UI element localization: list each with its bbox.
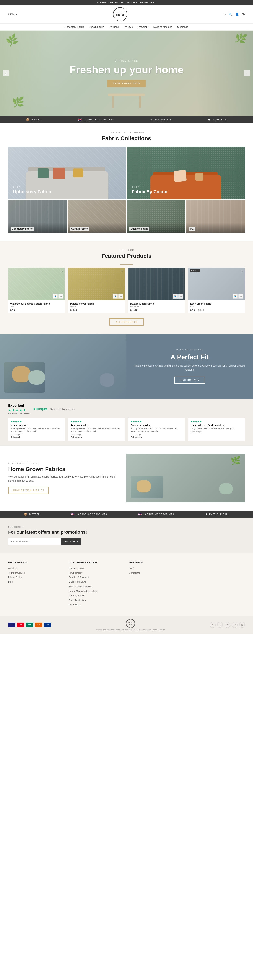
- product-card-1[interactable]: ♡ 🧵 ⊕ Watercolour Leaves Cotton Fabric T…: [8, 268, 65, 313]
- product-sample-btn-3[interactable]: 🧵: [173, 294, 178, 299]
- product-card-2[interactable]: ♡ 🧵 ⊕ Palette Velvet Fabric Ochre £11.99: [68, 268, 125, 313]
- small-card-cushion[interactable]: Cushion Fabric: [127, 200, 186, 233]
- footer-link-refund[interactable]: Refund Policy: [69, 571, 124, 574]
- footer-link-order-samples[interactable]: How To Order Samples: [69, 585, 124, 588]
- account-icon[interactable]: 👤: [235, 13, 239, 16]
- product-sample-btn-1[interactable]: 🧵: [53, 294, 58, 299]
- review-title-2: Amazing service: [70, 424, 122, 426]
- product-view-btn-4[interactable]: ⊕: [239, 294, 243, 299]
- collections-section: THE MILL SHOP ONLINE Fabric Collections …: [0, 123, 253, 241]
- review-stars-1: ★★★★★: [11, 420, 62, 423]
- wishlist-icon-3[interactable]: ♡: [180, 269, 183, 273]
- footer-link-privacy[interactable]: Privacy Policy: [8, 576, 64, 579]
- hero-next-button[interactable]: ›: [244, 70, 250, 76]
- wishlist-icon-1[interactable]: ♡: [61, 269, 63, 273]
- small-card-cushion-label: Cushion Fabric: [129, 227, 149, 231]
- social-pinterest-2[interactable]: p: [239, 622, 245, 628]
- wishlist-icon[interactable]: ♡: [223, 13, 226, 16]
- logo[interactable]: THE MILL SHOP ONLINE: [17, 7, 223, 21]
- footer-col-information: Information About Us Terms of Service Pr…: [8, 561, 64, 608]
- product-price-2: £11.99: [70, 309, 123, 312]
- product-info-4: Eden Linen Fabric Sky £7.99 £9.49: [188, 300, 245, 313]
- product-img-1: ♡ 🧵 ⊕: [8, 268, 65, 300]
- product-actions-2: 🧵 ⊕: [113, 294, 123, 299]
- collection-upholstery-label: SHOP Upholstery Fabric: [13, 186, 51, 194]
- footer-link-terms[interactable]: Terms of Service: [8, 571, 64, 574]
- currency-selector[interactable]: £ GBP ▾: [8, 13, 17, 16]
- product-sample-btn-2[interactable]: 🧵: [113, 294, 118, 299]
- mtm-button[interactable]: FIND OUT WHY: [175, 377, 205, 384]
- social-facebook[interactable]: f: [210, 622, 216, 628]
- nav-by-brand[interactable]: By Brand: [109, 25, 119, 29]
- small-card-more[interactable]: Pl...: [186, 200, 245, 233]
- review-date-2: 12 hours ago: [70, 434, 122, 436]
- product-img-2: ♡ 🧵 ⊕: [68, 268, 125, 300]
- footer-link-retail[interactable]: Retail Shop: [69, 603, 124, 606]
- nav-by-colour[interactable]: By Colour: [138, 25, 149, 29]
- social-icons: f t in P p: [210, 622, 245, 628]
- footer: Information About Us Terms of Service Pr…: [0, 553, 253, 616]
- footer-link-faq[interactable]: FAQ's: [129, 566, 184, 570]
- trustpilot-excellent: Excellent: [8, 404, 30, 408]
- featured-divider: [120, 264, 133, 264]
- collection-upholstery-card[interactable]: SHOP Upholstery Fabric: [8, 146, 126, 199]
- home-grown-description: View our range of British made quality f…: [8, 475, 118, 483]
- hero-title: Freshen up your home: [70, 64, 184, 76]
- hero-prev-button[interactable]: ‹: [3, 70, 9, 76]
- stock-icon: 📦: [26, 118, 30, 121]
- features-bar: 📦 IN STOCK 🇬🇧 UK PRODUCED PRODUCTS ✉ FRE…: [0, 116, 253, 123]
- footer-col-get-help: Get Help FAQ's Contact Us: [129, 561, 184, 608]
- cart-icon[interactable]: 🛍: [242, 13, 245, 16]
- footer-bottom: VISA MC MA DC PP THE MILL SHOP © 2022 Th…: [0, 616, 253, 634]
- feature-everything: ★ EVERYTHING: [208, 118, 227, 121]
- wishlist-icon-4[interactable]: ♡: [240, 269, 243, 273]
- product-sample-btn-4[interactable]: 🧵: [233, 294, 237, 299]
- product-price-3: £19.10: [130, 309, 183, 312]
- social-pinterest-1[interactable]: P: [232, 622, 237, 628]
- footer-link-blog[interactable]: Blog: [8, 580, 64, 584]
- feature-2-in-stock: 📦 IN STOCK: [24, 513, 40, 516]
- shop-british-button[interactable]: SHOP BRITISH FABRICS: [8, 487, 49, 494]
- footer-link-trade[interactable]: Trade Application: [69, 598, 124, 602]
- newsletter-section: SUBSCRIBE For our latest offers and prom…: [0, 518, 253, 553]
- product-price-1: £7.99: [10, 309, 63, 312]
- review-stars-3: ★★★★★: [131, 420, 183, 423]
- nav-curtain[interactable]: Curtain Fabric: [89, 25, 104, 29]
- nav-by-style[interactable]: By Style: [124, 25, 133, 29]
- footer-link-how-measure[interactable]: How to Measure & Calculate: [69, 589, 124, 593]
- footer-link-ordering[interactable]: Ordering & Payment: [69, 576, 124, 579]
- nav-upholstery[interactable]: Upholstery Fabric: [65, 25, 84, 29]
- product-card-3[interactable]: ♡ 🧵 ⊕ Duxton Linen Fabric Lauren Blue £1…: [128, 268, 185, 313]
- review-card-3: ★★★★★ Such good service Such good servic…: [128, 418, 185, 441]
- mtm-image: [0, 334, 126, 399]
- review-stars-4: ★★★★★: [191, 420, 242, 423]
- nav-clearance[interactable]: Clearance: [177, 25, 188, 29]
- product-view-btn-3[interactable]: ⊕: [178, 294, 183, 299]
- social-instagram[interactable]: in: [224, 622, 230, 628]
- footer-link-track-order[interactable]: Track My Order: [69, 594, 124, 597]
- wishlist-icon-2[interactable]: ♡: [120, 269, 123, 273]
- nav-made-to-measure[interactable]: Made to Measure: [153, 25, 172, 29]
- main-nav: Upholstery Fabric Curtain Fabric By Bran…: [0, 24, 253, 31]
- search-icon[interactable]: 🔍: [229, 13, 233, 16]
- payment-mastercard: MC: [17, 623, 24, 627]
- product-view-btn-2[interactable]: ⊕: [118, 294, 123, 299]
- small-card-curtain[interactable]: Curtain Fabric: [67, 200, 126, 233]
- small-card-upholstery[interactable]: Upholstery Fabric: [8, 200, 67, 233]
- product-name-4: Eden Linen Fabric: [190, 302, 243, 305]
- hero-cta-button[interactable]: SHOP FABRIC NOW: [107, 80, 146, 87]
- footer-link-about[interactable]: About Us: [8, 566, 64, 570]
- feature-in-stock: 📦 IN STOCK: [26, 118, 42, 121]
- product-card-4[interactable]: 10% OFF ♡ 🧵 ⊕ Eden Linen Fabric Sky £7.9…: [188, 268, 245, 313]
- footer-link-contact[interactable]: Contact Us: [129, 571, 184, 574]
- product-variant-2: Ochre: [70, 305, 123, 308]
- product-view-btn-1[interactable]: ⊕: [58, 294, 63, 299]
- footer-link-shipping[interactable]: Shipping Policy: [69, 566, 124, 570]
- social-twitter[interactable]: t: [217, 622, 223, 628]
- collection-colour-card[interactable]: SHOP Fabric By Colour: [127, 146, 245, 199]
- product-name-2: Palette Velvet Fabric: [70, 302, 123, 305]
- footer-link-made-measure[interactable]: Made to Measure: [69, 580, 124, 584]
- newsletter-subscribe-button[interactable]: SUBSCRIBE: [61, 538, 82, 545]
- all-products-button[interactable]: ALL PRODUCTS: [109, 318, 144, 326]
- newsletter-email-input[interactable]: [8, 538, 61, 545]
